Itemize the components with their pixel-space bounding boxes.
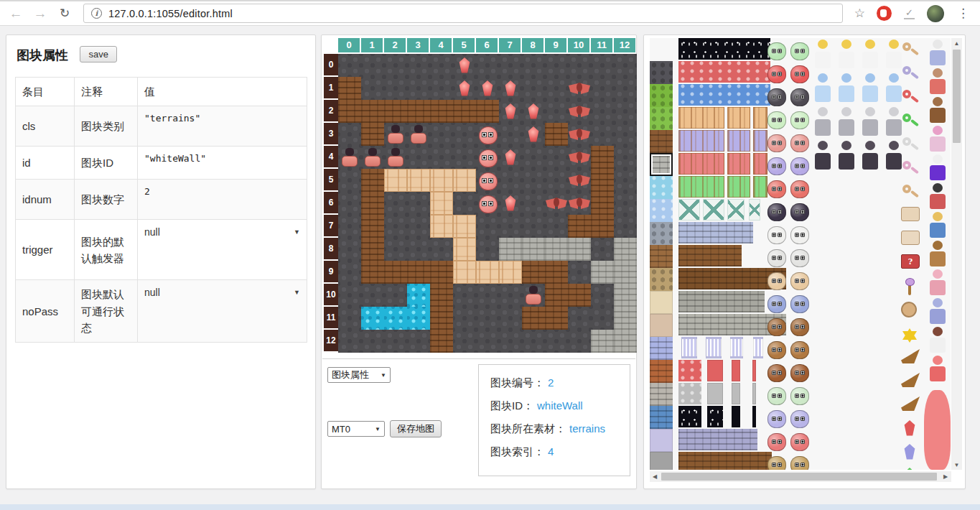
map-tile[interactable] (453, 307, 476, 330)
palette-enemy-sprite[interactable] (767, 410, 786, 428)
map-tile[interactable] (338, 100, 361, 123)
map-tile[interactable] (361, 215, 384, 238)
palette-terrain-tile[interactable] (650, 199, 673, 222)
map-tile[interactable] (499, 77, 522, 100)
palette-tile[interactable] (678, 291, 765, 312)
map-tile[interactable] (384, 54, 407, 77)
palette-scroll-item[interactable] (901, 207, 920, 221)
map-tile[interactable] (591, 123, 614, 146)
palette-tile[interactable] (681, 337, 697, 358)
map-tile[interactable] (384, 192, 407, 215)
palette-key-item[interactable] (901, 159, 921, 178)
browser-menu-icon[interactable]: ⋮ (957, 6, 970, 21)
palette-enemy-sprite[interactable] (790, 364, 809, 382)
palette-npc-sprite[interactable] (927, 126, 948, 152)
map-tile[interactable] (614, 261, 637, 284)
palette-character-sprite[interactable] (812, 141, 834, 170)
map-tile[interactable] (591, 261, 614, 284)
palette-tile[interactable] (727, 107, 750, 129)
map-tile[interactable] (476, 100, 499, 123)
palette-terrain-tile[interactable] (650, 337, 673, 360)
map-tile[interactable] (614, 77, 637, 100)
back-icon[interactable]: ← (6, 4, 26, 24)
map-tile[interactable] (430, 330, 453, 353)
palette-enemy-sprite[interactable] (767, 456, 786, 470)
map-tile[interactable] (568, 261, 591, 284)
map-tile[interactable] (522, 238, 545, 261)
map-tile[interactable] (384, 238, 407, 261)
map-tile[interactable] (499, 100, 522, 123)
map-tile[interactable] (545, 192, 568, 215)
map-tile[interactable] (591, 215, 614, 238)
palette-npc-sprite[interactable] (927, 40, 948, 65)
map-tile[interactable] (476, 238, 499, 261)
palette-tile[interactable] (753, 153, 767, 175)
map-tile[interactable] (545, 169, 568, 192)
palette-character-sprite[interactable] (836, 40, 857, 68)
palette-enemy-sprite[interactable] (790, 157, 809, 175)
palette-enemy-sprite[interactable] (790, 88, 809, 106)
palette-terrain-tile[interactable] (650, 406, 673, 429)
palette-terrain-tile[interactable] (650, 360, 673, 383)
map-tile[interactable] (522, 77, 545, 100)
map-tile[interactable] (453, 169, 476, 192)
map-tile[interactable] (545, 54, 568, 77)
map-tile[interactable] (614, 100, 637, 123)
map-tile[interactable] (407, 307, 430, 330)
map-tile[interactable] (499, 284, 522, 307)
map-tile[interactable] (568, 330, 591, 353)
map-tile[interactable] (476, 54, 499, 77)
map-tile[interactable] (614, 146, 637, 169)
value-select[interactable]: null▼ (144, 285, 300, 301)
map-tile[interactable] (453, 215, 476, 238)
mode-select[interactable]: 图块属性 ▼ (327, 367, 391, 383)
map-tile[interactable] (407, 192, 430, 215)
palette-enemy-sprite[interactable] (790, 295, 809, 313)
palette-canvas[interactable]: ? (650, 38, 951, 470)
map-tile[interactable] (361, 146, 384, 169)
map-tile[interactable] (453, 330, 476, 353)
map-tile[interactable] (361, 77, 384, 100)
palette-tile[interactable] (678, 61, 770, 83)
map-tile[interactable] (476, 284, 499, 307)
map-tile[interactable] (407, 284, 430, 307)
map-tile[interactable] (545, 100, 568, 123)
map-tile[interactable] (430, 238, 453, 261)
map-tile[interactable] (361, 238, 384, 261)
map-tile[interactable] (545, 146, 568, 169)
map-tile[interactable] (568, 54, 591, 77)
map-tile[interactable] (338, 146, 361, 169)
map-tile[interactable] (338, 261, 361, 284)
palette-boss-sprite[interactable] (924, 390, 951, 470)
palette-gem-item[interactable] (904, 444, 915, 460)
map-tile[interactable] (545, 261, 568, 284)
palette-character-sprite[interactable] (859, 40, 881, 68)
map-tile[interactable] (384, 123, 407, 146)
map-tile[interactable] (476, 192, 499, 215)
map-tile[interactable] (522, 307, 545, 330)
palette-enemy-sprite[interactable] (767, 341, 786, 359)
map-tile[interactable] (407, 123, 430, 146)
map-tile[interactable] (591, 100, 614, 123)
map-tile[interactable] (384, 284, 407, 307)
map-tile[interactable] (453, 77, 476, 100)
palette-character-sprite[interactable] (836, 141, 857, 170)
map-tile[interactable] (522, 169, 545, 192)
map-tile[interactable] (614, 54, 637, 77)
palette-tile[interactable] (678, 153, 724, 175)
palette-enemy-sprite[interactable] (790, 433, 809, 451)
map-tile[interactable] (338, 284, 361, 307)
palette-enemy-sprite[interactable] (767, 180, 786, 198)
map-tile[interactable] (338, 192, 361, 215)
map-tile[interactable] (499, 54, 522, 77)
check-extension-icon[interactable]: ✓ (904, 7, 915, 19)
palette-wing-item[interactable] (901, 397, 920, 411)
palette-enemy-sprite[interactable] (767, 42, 786, 60)
map-tile[interactable] (591, 192, 614, 215)
map-tile[interactable] (499, 123, 522, 146)
map-tile[interactable] (338, 123, 361, 146)
map-tile[interactable] (407, 261, 430, 284)
map-tile[interactable] (453, 192, 476, 215)
palette-npc-sprite[interactable] (927, 154, 948, 180)
map-tile[interactable] (384, 169, 407, 192)
